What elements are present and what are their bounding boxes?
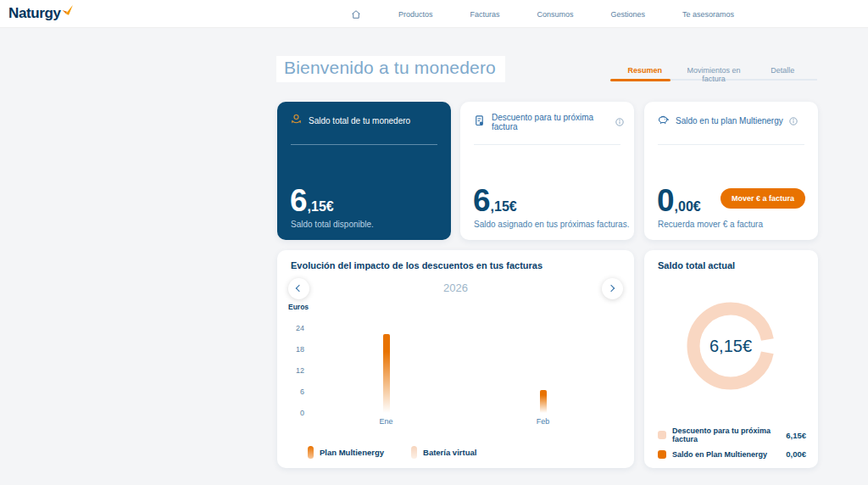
legend-label: Descuento para tu próxima factura (672, 426, 780, 443)
wallet-total-amount: 6 ,15€ (290, 187, 334, 215)
divider (658, 144, 804, 145)
nav-item-productos[interactable]: Productos (398, 10, 433, 19)
main-nav: Productos Facturas Consumos Gestiones Te… (351, 0, 734, 28)
naturgy-wallet-page: Naturgy Productos Facturas Consumos Gest… (0, 0, 868, 485)
divider (474, 144, 620, 145)
saldo-total-actual-card: Saldo total actual 6,15€ Descuento para … (644, 250, 818, 468)
card-title: Descuento para tu próxima factura (492, 113, 609, 131)
legend-marker (411, 446, 417, 459)
nav-item-gestiones[interactable]: Gestiones (610, 10, 645, 19)
invoice-icon (473, 114, 486, 131)
wallet-tabs: Resumen Movimientos en factura Detalle (610, 63, 817, 81)
card-subtitle: Saldo total disponible. (291, 220, 374, 229)
y-tick: 12 (282, 366, 304, 375)
amount-integer: 0 (657, 187, 675, 214)
coin-hand-icon (290, 113, 303, 129)
donut-center-value: 6,15€ (682, 297, 780, 395)
info-icon[interactable] (789, 117, 798, 125)
y-tick: 6 (282, 387, 304, 396)
card-title: Saldo total de tu monedero (309, 116, 410, 125)
nav-item-consumos[interactable]: Consumos (537, 10, 573, 19)
piggy-bank-icon (657, 113, 670, 129)
donut-chart: 6,15€ (682, 297, 780, 395)
legend-label: Saldo en Plan Multienergy (672, 450, 780, 459)
y-tick: 18 (282, 345, 304, 354)
discount-amount: 6 ,15€ (473, 187, 517, 215)
y-axis-label: Euros (288, 303, 309, 311)
top-navbar: Naturgy Productos Facturas Consumos Gest… (0, 0, 868, 28)
legend-label: Batería virtual (423, 448, 476, 457)
legend-value: 0,00€ (786, 449, 806, 459)
card-header: Saldo total de tu monedero (290, 113, 441, 129)
x-tick: Ene (368, 417, 405, 426)
home-icon[interactable] (351, 9, 361, 20)
amount-integer: 6 (473, 187, 491, 214)
legend-row-plan: Saldo en Plan Multienergy 0,00€ (658, 449, 806, 459)
divider (291, 144, 437, 145)
x-tick: Feb (525, 417, 562, 426)
tab-resumen[interactable]: Resumen (610, 63, 679, 79)
y-tick: 24 (282, 324, 304, 332)
card-subtitle: Recuerda mover € a factura (658, 220, 763, 229)
legend-item-plan-multienergy: Plan Multienergy (308, 446, 384, 459)
amount-integer: 6 (290, 187, 308, 214)
info-icon[interactable] (615, 118, 624, 126)
chart-period-label: 2026 (277, 282, 634, 294)
naturgy-mark-icon (61, 4, 74, 20)
donut-legend: Descuento para tu próxima factura 6,15€ … (658, 421, 806, 459)
bar-chart-legend: Plan Multienergy Batería virtual (308, 446, 476, 459)
chart-title: Evolución del impacto de los descuentos … (291, 260, 542, 270)
legend-swatch (658, 450, 666, 459)
y-tick: 0 (282, 409, 304, 417)
legend-swatch (658, 431, 666, 439)
plan-amount: 0 ,00€ (657, 187, 701, 215)
legend-label: Plan Multienergy (320, 448, 384, 457)
card-subtitle: Saldo asignado en tus próximas facturas. (474, 220, 629, 229)
page-title-box: Bienvenido a tu monedero (276, 56, 505, 82)
page-title: Bienvenido a tu monedero (284, 58, 496, 77)
card-header: Saldo en tu plan Multienergy (657, 113, 808, 129)
amount-fraction: ,00€ (675, 199, 701, 215)
amount-fraction: ,15€ (308, 199, 334, 215)
logo-text: Naturgy (8, 4, 60, 23)
legend-marker (308, 446, 314, 459)
bar-ene-plan-multienergy (383, 334, 390, 413)
card-title: Saldo en tu plan Multienergy (676, 116, 783, 125)
discount-evolution-chart-card: Evolución del impacto de los descuentos … (277, 250, 634, 468)
naturgy-logo[interactable]: Naturgy (8, 4, 74, 23)
mover-a-factura-button[interactable]: Mover € a factura (721, 188, 805, 209)
legend-row-descuento: Descuento para tu próxima factura 6,15€ (658, 426, 806, 443)
card-saldo-total-monedero: Saldo total de tu monedero 6 ,15€ Saldo … (277, 102, 451, 240)
donut-title: Saldo total actual (658, 260, 735, 270)
nav-item-facturas[interactable]: Facturas (470, 10, 499, 19)
amount-fraction: ,15€ (491, 199, 517, 215)
card-saldo-plan-multienergy: Saldo en tu plan Multienergy 0 ,00€ Move… (644, 102, 818, 240)
nav-item-te-asesoramos[interactable]: Te asesoramos (682, 10, 734, 19)
legend-value: 6,15€ (786, 431, 806, 440)
legend-item-bateria-virtual: Batería virtual (411, 446, 476, 459)
card-header: Descuento para tu próxima factura (473, 113, 624, 131)
bar-feb-plan-multienergy (540, 390, 547, 413)
tab-movimientos-en-factura[interactable]: Movimientos en factura (679, 63, 748, 79)
tab-detalle[interactable]: Detalle (748, 63, 817, 79)
card-descuento-proxima-factura: Descuento para tu próxima factura 6 ,15€… (460, 102, 634, 240)
